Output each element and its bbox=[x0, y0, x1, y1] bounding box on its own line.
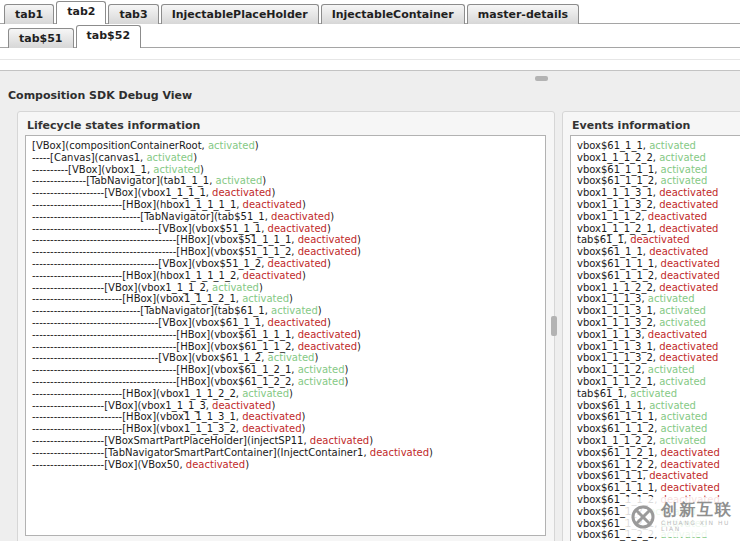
tab-InjectablePlaceHolder[interactable]: InjectablePlaceHolder bbox=[161, 4, 319, 24]
lifecycle-line: ----------------------------------------… bbox=[32, 364, 539, 376]
watermark: 创新互联 CHUANG XIN HU LIAN bbox=[626, 497, 740, 537]
lifecycle-line: --------------------[VBoxSmartPartPlaceH… bbox=[32, 435, 539, 447]
event-state-value: deactivated bbox=[661, 482, 720, 493]
event-state-value: activated bbox=[648, 293, 695, 304]
event-state-value: deactivated bbox=[659, 341, 718, 352]
tab-tab$51[interactable]: tab$51 bbox=[8, 28, 74, 48]
event-state-value: activated bbox=[659, 376, 706, 387]
event-state-value: activated bbox=[661, 164, 708, 175]
lifecycle-line: -------------------------[HBox](hbox1_1_… bbox=[32, 270, 539, 282]
lifecycle-state-value: activated bbox=[298, 376, 345, 387]
event-row: vbox$61_1_1_2, activated bbox=[577, 423, 740, 435]
event-state-value: deactivated bbox=[659, 282, 718, 293]
event-state-value: activated bbox=[659, 435, 706, 446]
events-list[interactable]: vbox$61_1_1, activatedvbox1_1_1_2_2, act… bbox=[570, 135, 740, 541]
event-row: vbox1_1_1_2_2, activated bbox=[577, 435, 740, 447]
event-state-value: deactivated bbox=[659, 223, 718, 234]
event-state-value: deactivated bbox=[661, 270, 720, 281]
event-row: vbox1_1_1_2_2, activated bbox=[577, 152, 740, 164]
event-row: vbox1_1_1_3_1, deactivated bbox=[577, 187, 740, 199]
tab-tab1[interactable]: tab1 bbox=[4, 4, 54, 24]
lifecycle-line: ----------[VBox](vbox1_1, activated) bbox=[32, 164, 539, 176]
tab-tab$52[interactable]: tab$52 bbox=[76, 25, 142, 48]
lifecycle-state-value: deactivated bbox=[298, 329, 357, 340]
event-row: vbox$61_1_1, activated bbox=[577, 400, 740, 412]
event-state-value: activated bbox=[661, 411, 708, 422]
event-state-value: deactivated bbox=[648, 211, 707, 222]
event-row: vbox$61_1_1_1, deactivated bbox=[577, 258, 740, 270]
event-row: vbox1_1_1_2, deactivated bbox=[577, 211, 740, 223]
event-row: vbox$61_1_1_1, deactivated bbox=[577, 482, 740, 494]
tab-InjectableContainer[interactable]: InjectableContainer bbox=[321, 4, 465, 24]
lifecycle-state-value: deactivated bbox=[370, 447, 429, 458]
event-row: vbox$61_1_1, activated bbox=[577, 140, 740, 152]
lifecycle-states-list[interactable]: [VBox](compositionContainerRoot, activat… bbox=[25, 135, 546, 536]
event-row: vbox1_1_1_2_1, deactivated bbox=[577, 223, 740, 235]
event-row: vbox1_1_1_3_1, activated bbox=[577, 305, 740, 317]
composition-sdk-debug-screen: tab1tab2tab3InjectablePlaceHolderInjecta… bbox=[0, 0, 740, 541]
tab-master-details[interactable]: master-details bbox=[467, 4, 579, 24]
tab-tab3[interactable]: tab3 bbox=[108, 4, 158, 24]
event-row: tab$61_1, activated bbox=[577, 388, 740, 400]
watermark-logo-icon bbox=[630, 504, 656, 530]
event-state-value: activated bbox=[630, 388, 677, 399]
event-row: vbox$61_1_1, deactivated bbox=[577, 470, 740, 482]
lifecycle-state-value: deactivated bbox=[212, 400, 271, 411]
event-state-value: deactivated bbox=[659, 199, 718, 210]
event-state-value: activated bbox=[661, 175, 708, 186]
lifecycle-state-value: activated bbox=[212, 282, 259, 293]
lifecycle-line: ----------------------------------------… bbox=[32, 341, 539, 353]
event-state-value: deactivated bbox=[659, 352, 718, 363]
event-row: vbox$61_1_1_1, activated bbox=[577, 164, 740, 176]
lifecycle-state-value: deactivated bbox=[268, 223, 327, 234]
secondary-tab-bar: tab$51tab$52 bbox=[8, 27, 141, 48]
event-row: vbox$61_1_2_2, deactivated bbox=[577, 459, 740, 471]
primary-tab-bar: tab1tab2tab3InjectablePlaceHolderInjecta… bbox=[4, 3, 579, 24]
lifecycle-state-value: deactivated bbox=[268, 317, 327, 328]
lifecycle-state-value: activated bbox=[242, 388, 289, 399]
lifecycle-state-value: deactivated bbox=[271, 211, 330, 222]
lifecycle-line: ------------------------------[TabNaviga… bbox=[32, 211, 539, 223]
lifecycle-line: -----------------------------------[VBox… bbox=[32, 352, 539, 364]
lifecycle-state-value: activated bbox=[271, 305, 318, 316]
lifecycle-line: ---------------[TabNavigator](tab1_1_1, … bbox=[32, 175, 539, 187]
event-state-value: activated bbox=[661, 423, 708, 434]
lifecycle-line: ----------------------------------------… bbox=[32, 246, 539, 258]
lifecycle-state-value: deactivated bbox=[186, 459, 245, 470]
event-row: vbox1_1_1_3_2, deactivated bbox=[577, 352, 740, 364]
lifecycle-state-value: deactivated bbox=[243, 199, 302, 210]
lifecycle-line: -------------------------[HBox](vbox1_1_… bbox=[32, 293, 539, 305]
event-row: vbox1_1_1_3_2, activated bbox=[577, 317, 740, 329]
event-state-value: activated bbox=[648, 364, 695, 375]
event-state-value: deactivated bbox=[630, 234, 689, 245]
event-row: vbox$61_1_1_2, deactivated bbox=[577, 270, 740, 282]
lifecycle-line: --------------------[VBox](vbox1_1_1_3, … bbox=[32, 400, 539, 412]
horizontal-splitter-handle[interactable] bbox=[535, 76, 548, 81]
lifecycle-state-value: deactivated bbox=[268, 258, 327, 269]
watermark-brand-text: 创新互联 bbox=[661, 502, 740, 518]
lifecycle-state-value: activated bbox=[298, 364, 345, 375]
lifecycle-states-header: Lifecycle states information bbox=[27, 119, 200, 132]
lifecycle-line: -------------------------[HBox](hbox1_1_… bbox=[32, 199, 539, 211]
lifecycle-state-value: activated bbox=[208, 140, 255, 151]
event-state-value: activated bbox=[649, 400, 696, 411]
vertical-splitter-handle[interactable] bbox=[551, 316, 557, 336]
tab-tab2[interactable]: tab2 bbox=[56, 1, 106, 24]
event-state-value: activated bbox=[659, 317, 706, 328]
lifecycle-state-value: deactivated bbox=[298, 341, 357, 352]
lifecycle-line: --------------------[VBox](VBox50, deact… bbox=[32, 459, 539, 471]
content-separator-line bbox=[0, 59, 740, 60]
event-state-value: deactivated bbox=[661, 447, 720, 458]
lifecycle-line: ----------------------------------------… bbox=[32, 234, 539, 246]
lifecycle-line: -------------------------[HBox](vbox1_1_… bbox=[32, 423, 539, 435]
event-row: vbox$61_1_1_1, activated bbox=[577, 411, 740, 423]
lifecycle-state-value: activated bbox=[153, 164, 200, 175]
lifecycle-state-value: activated bbox=[216, 175, 263, 186]
lifecycle-line: -----------------------------------[VBox… bbox=[32, 258, 539, 270]
lifecycle-line: --------------------[VBox](vbox1_1_1_1, … bbox=[32, 187, 539, 199]
lifecycle-line: ----------------------------------------… bbox=[32, 329, 539, 341]
event-state-value: deactivated bbox=[649, 470, 708, 481]
lifecycle-state-value: deactivated bbox=[242, 411, 301, 422]
event-row: vbox1_1_1_3_2, deactivated bbox=[577, 199, 740, 211]
lifecycle-state-value: activated bbox=[146, 152, 193, 163]
